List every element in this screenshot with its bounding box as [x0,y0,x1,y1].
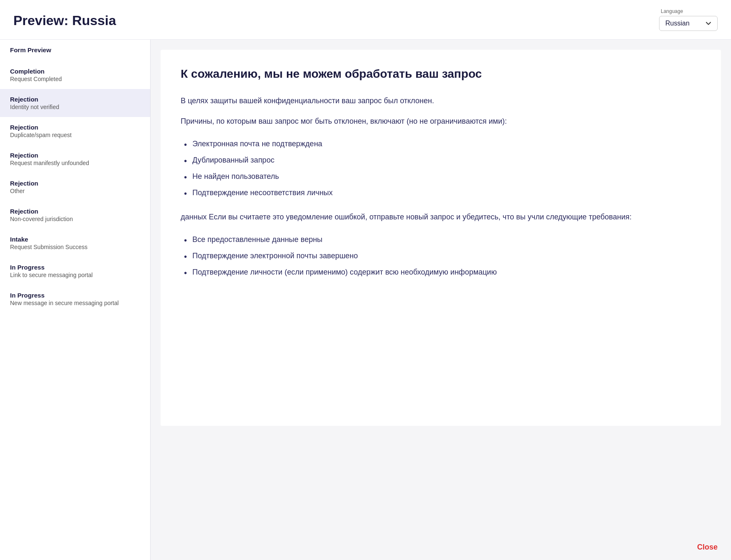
content-list-1: Электронная почта не подтверждена Дублир… [181,136,701,201]
sidebar-label-in-progress-link: Link to secure messaging portal [10,272,140,278]
sidebar-category-rejection-manifestly: Rejection [10,152,140,159]
sidebar: Form Preview Completion Request Complete… [0,40,151,560]
list-item-7: Подтверждение личности (если применимо) … [181,264,701,280]
sidebar-item-form-preview[interactable]: Form Preview [0,40,150,61]
list-item-1: Электронная почта не подтверждена [181,136,701,152]
content-card: К сожалению, мы не можем обработать ваш … [161,50,721,426]
sidebar-label-rejection-other: Other [10,188,140,194]
sidebar-category-rejection-identity: Rejection [10,96,140,103]
main-layout: Form Preview Completion Request Complete… [0,40,731,560]
sidebar-category-intake: Intake [10,236,140,243]
list-item-4: Подтверждение несоответствия личных [181,185,701,201]
language-value: Russian [665,20,690,27]
content-list-2: Все предоставленные данные верны Подтвер… [181,232,701,280]
language-dropdown[interactable]: Russian [659,16,718,31]
list-item-5: Все предоставленные данные верны [181,232,701,248]
chevron-down-icon [705,20,711,26]
sidebar-label-completion: Request Completed [10,76,140,82]
content-paragraph-2: Причины, по которым ваш запрос мог быть … [181,115,701,127]
content-main-title: К сожалению, мы не можем обработать ваш … [181,66,701,81]
sidebar-item-in-progress-message[interactable]: In Progress New message in secure messag… [0,285,150,313]
sidebar-item-in-progress-link[interactable]: In Progress Link to secure messaging por… [0,257,150,285]
sidebar-category-completion: Completion [10,68,140,75]
sidebar-label-rejection-manifestly: Request manifestly unfounded [10,160,140,166]
sidebar-item-rejection-identity[interactable]: Rejection Identity not verified [0,89,150,117]
sidebar-category-form-preview: Form Preview [10,46,140,53]
sidebar-category-rejection-jurisdiction: Rejection [10,208,140,215]
sidebar-item-rejection-other[interactable]: Rejection Other [0,173,150,201]
sidebar-item-rejection-duplicate[interactable]: Rejection Duplicate/spam request [0,117,150,145]
sidebar-label-in-progress-message: New message in secure messaging portal [10,300,140,306]
sidebar-category-rejection-other: Rejection [10,180,140,187]
sidebar-item-completion[interactable]: Completion Request Completed [0,61,150,89]
content-area: К сожалению, мы не можем обработать ваш … [151,40,731,560]
sidebar-item-rejection-jurisdiction[interactable]: Rejection Non-covered jurisdiction [0,201,150,229]
sidebar-category-rejection-duplicate: Rejection [10,124,140,131]
page-title: Preview: Russia [13,13,116,28]
list-item-6: Подтверждение электронной почты завершен… [181,248,701,264]
language-selector-container: Language Russian [659,16,718,31]
language-label: Language [661,8,683,14]
sidebar-category-in-progress-message: In Progress [10,292,140,299]
list-item-2: Дублированный запрос [181,152,701,168]
sidebar-label-rejection-duplicate: Duplicate/spam request [10,132,140,138]
sidebar-item-intake[interactable]: Intake Request Submission Success [0,229,150,257]
list-item-3: Не найден пользователь [181,168,701,185]
sidebar-label-intake: Request Submission Success [10,244,140,250]
sidebar-label-rejection-jurisdiction: Non-covered jurisdiction [10,216,140,222]
sidebar-item-rejection-manifestly[interactable]: Rejection Request manifestly unfounded [0,145,150,173]
close-button[interactable]: Close [697,543,718,552]
content-paragraph-3: данных Если вы считаете это уведомление … [181,211,701,223]
header: Preview: Russia Language Russian [0,0,731,40]
sidebar-category-in-progress-link: In Progress [10,264,140,271]
content-paragraph-1: В целях защиты вашей конфиденциальности … [181,95,701,107]
sidebar-label-rejection-identity: Identity not verified [10,104,140,110]
